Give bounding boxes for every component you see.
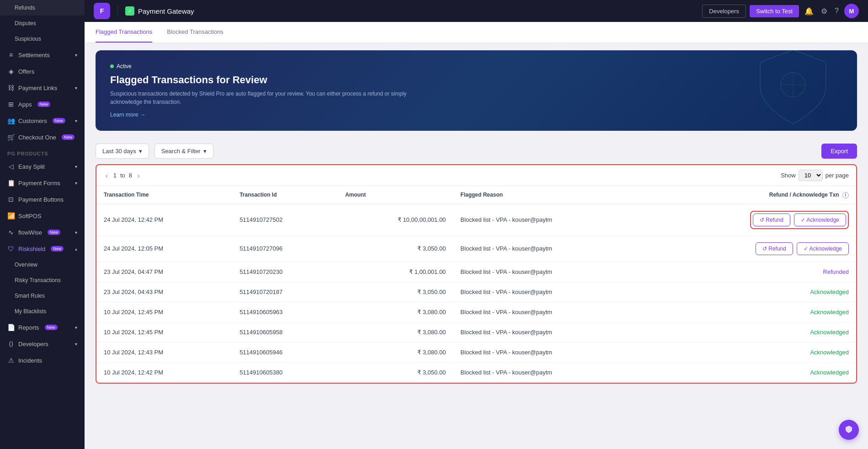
- chevron-down-icon: ▾: [75, 118, 77, 123]
- new-badge: New: [45, 325, 58, 330]
- pagination-total: 8: [129, 172, 132, 179]
- learn-more-link[interactable]: Learn more →: [110, 112, 145, 118]
- sidebar-item-disputes[interactable]: Disputes: [0, 16, 85, 31]
- flowwise-label: flowWise: [18, 229, 42, 236]
- avatar[interactable]: M: [844, 4, 859, 18]
- table-row: 10 Jul 2024, 12:45 PM 5114910605963 ₹ 3,…: [96, 302, 856, 322]
- chevron-down-icon: ▾: [75, 181, 77, 186]
- action-buttons: ↺ Refund ✓ Acknowledge: [756, 242, 849, 255]
- sidebar-item-smart-rules[interactable]: Smart Rules: [0, 288, 85, 304]
- cell-reason: Blocked list - VPA - kouser@paytm: [453, 235, 648, 262]
- date-filter-button[interactable]: Last 30 days ▾: [96, 144, 149, 159]
- sidebar-item-incidents[interactable]: ⚠ Incidents: [0, 352, 85, 369]
- offers-label: Offers: [18, 68, 34, 75]
- chevron-down-icon: ▾: [75, 342, 77, 347]
- my-blacklists-label: My Blacklists: [15, 308, 46, 315]
- search-filter-label: Search & Filter: [161, 148, 201, 155]
- riskshield-icon: 🛡: [7, 245, 15, 252]
- sidebar-item-offers[interactable]: ◈ Offers: [0, 63, 85, 80]
- info-icon[interactable]: i: [842, 192, 849, 198]
- sidebar-item-checkout-one[interactable]: 🛒 Checkout One New: [0, 129, 85, 145]
- refund-button[interactable]: ↺ Refund: [756, 242, 793, 255]
- chevron-down-icon: ▾: [75, 230, 77, 235]
- developers-icon: ⟨⟩: [7, 340, 15, 347]
- prev-page-button[interactable]: ‹: [104, 171, 110, 180]
- sidebar-item-payment-buttons[interactable]: ⊡ Payment Buttons: [0, 191, 85, 208]
- sidebar-item-settlements[interactable]: ≡ Settlements ▾: [0, 47, 85, 63]
- cell-id: 5114910720230: [232, 262, 338, 282]
- header-divider: [117, 5, 118, 16]
- tab-blocked-transactions[interactable]: Blocked Transactions: [167, 22, 224, 43]
- table-header-row: Transaction Time Transaction Id Amount F…: [96, 186, 856, 204]
- sidebar-item-suspicious[interactable]: Suspicious: [0, 31, 85, 47]
- table-row: 23 Jul 2024, 04:43 PM 5114910720187 ₹ 3,…: [96, 282, 856, 302]
- easy-split-icon: ◁: [7, 163, 15, 170]
- tab-bar: Flagged Transactions Blocked Transaction…: [85, 22, 868, 43]
- cell-time: 24 Jul 2024, 12:42 PM: [96, 204, 232, 235]
- page-content: Flagged Transactions Blocked Transaction…: [85, 22, 868, 449]
- search-filter-button[interactable]: Search & Filter ▾: [154, 144, 213, 159]
- cell-amount: ₹ 10,00,00,001.00: [338, 204, 453, 235]
- export-button[interactable]: Export: [821, 144, 857, 159]
- cell-time: 10 Jul 2024, 12:42 PM: [96, 362, 232, 382]
- apps-icon: ⊞: [7, 101, 15, 108]
- payment-buttons-label: Payment Buttons: [18, 196, 64, 203]
- sidebar-item-overview[interactable]: Overview: [0, 257, 85, 273]
- tab-flagged-transactions[interactable]: Flagged Transactions: [96, 22, 152, 43]
- notifications-icon[interactable]: 🔔: [803, 5, 815, 17]
- cell-action: ↺ Refund ✓ Acknowledge: [648, 204, 856, 235]
- refunds-label: Refunds: [15, 5, 35, 11]
- settlements-icon: ≡: [7, 51, 15, 59]
- sidebar-item-my-blacklists[interactable]: My Blacklists: [0, 304, 85, 319]
- sidebar-item-payment-links[interactable]: ⛓ Payment Links ▾: [0, 80, 85, 96]
- sidebar-item-risky-transactions[interactable]: Risky Transactions: [0, 273, 85, 288]
- next-page-button[interactable]: ›: [136, 171, 142, 180]
- status-acknowledged: Acknowledged: [810, 309, 849, 315]
- per-page-select[interactable]: 10 25 50: [799, 170, 823, 181]
- col-transaction-time: Transaction Time: [96, 186, 232, 204]
- sidebar-item-reports[interactable]: 📄 Reports New ▾: [0, 319, 85, 336]
- sidebar-item-customers[interactable]: 👥 Customers New ▾: [0, 112, 85, 129]
- disputes-label: Disputes: [15, 20, 36, 27]
- cell-action: Acknowledged: [648, 322, 856, 342]
- cell-amount: ₹ 3,050.00: [338, 362, 453, 382]
- sidebar-item-developers[interactable]: ⟨⟩ Developers ▾: [0, 336, 85, 352]
- sidebar-item-riskshield[interactable]: 🛡 Riskshield New ▴: [0, 241, 85, 257]
- new-badge: New: [48, 230, 60, 235]
- sidebar-item-flowwise[interactable]: ∿ flowWise New ▾: [0, 224, 85, 241]
- switch-to-test-button[interactable]: Switch to Test: [750, 5, 799, 17]
- cell-id: 5114910605963: [232, 302, 338, 322]
- acknowledge-button[interactable]: ✓ Acknowledge: [794, 214, 846, 226]
- arrow-right-icon: →: [140, 112, 145, 118]
- transactions-table-container: ‹ 1 to 8 › Show 10 25 50 per page: [96, 164, 857, 384]
- cell-action: Acknowledged: [648, 362, 856, 382]
- checkout-icon: 🛒: [7, 134, 15, 141]
- sidebar-item-softpos[interactable]: 📶 SoftPOS: [0, 208, 85, 224]
- payment-forms-label: Payment Forms: [18, 180, 60, 187]
- sidebar-item-easy-split[interactable]: ◁ Easy Split ▾: [0, 158, 85, 175]
- sidebar-item-apps[interactable]: ⊞ Apps New: [0, 96, 85, 112]
- status-refunded: Refunded: [823, 268, 849, 275]
- customers-label: Customers: [18, 118, 47, 124]
- new-badge: New: [62, 134, 75, 140]
- banner-title: Flagged Transactions for Review: [110, 74, 842, 86]
- help-icon[interactable]: ?: [833, 5, 841, 17]
- sidebar: Refunds Disputes Suspicious ≡ Settlement…: [0, 0, 85, 449]
- acknowledge-button[interactable]: ✓ Acknowledge: [797, 242, 849, 255]
- customers-icon: 👥: [7, 117, 15, 124]
- refund-button[interactable]: ↺ Refund: [753, 214, 790, 226]
- sidebar-item-refunds[interactable]: Refunds: [0, 0, 85, 16]
- reports-icon: 📄: [7, 324, 15, 331]
- cell-reason: Blocked list - VPA - kouser@paytm: [453, 204, 648, 235]
- developers-button[interactable]: Developers: [702, 5, 746, 18]
- brand-icon: ✓: [125, 6, 134, 16]
- sidebar-item-payment-forms[interactable]: 📋 Payment Forms ▾: [0, 175, 85, 191]
- col-transaction-id: Transaction Id: [232, 186, 338, 204]
- reports-label: Reports: [18, 324, 39, 331]
- floating-help-button[interactable]: [839, 420, 859, 440]
- cell-time: 23 Jul 2024, 04:43 PM: [96, 282, 232, 302]
- settings-icon[interactable]: ⚙: [819, 5, 829, 17]
- transactions-table: Transaction Time Transaction Id Amount F…: [96, 186, 856, 383]
- app-logo: F: [94, 3, 110, 19]
- pagination-bar: ‹ 1 to 8 › Show 10 25 50 per page: [96, 165, 856, 186]
